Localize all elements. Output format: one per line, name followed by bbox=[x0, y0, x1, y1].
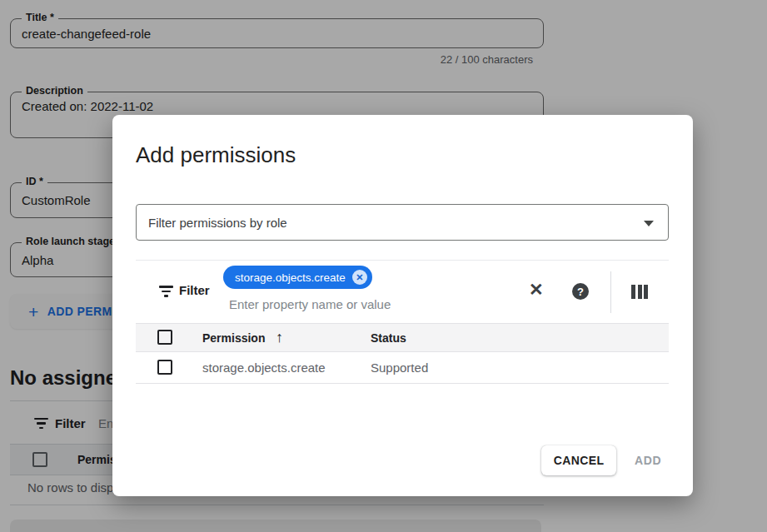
filter-chip-storage-objects-create[interactable]: storage.objects.create ✕ bbox=[223, 266, 372, 289]
cancel-button[interactable]: CANCEL bbox=[541, 445, 616, 475]
filter-icon bbox=[158, 286, 173, 297]
clear-filters-icon[interactable]: ✕ bbox=[529, 281, 544, 298]
permissions-filter-toolbar: Filter storage.objects.create ✕ Enter pr… bbox=[136, 260, 669, 323]
filter-by-role-placeholder: Filter permissions by role bbox=[148, 216, 287, 230]
dialog-title: Add permissions bbox=[136, 142, 296, 168]
toolbar-divider bbox=[610, 271, 611, 313]
toolbar-filter-label: Filter bbox=[179, 283, 210, 297]
row-checkbox[interactable] bbox=[157, 360, 172, 375]
column-display-options-icon[interactable] bbox=[631, 285, 648, 299]
filter-text-input[interactable]: Enter property name or value bbox=[229, 297, 391, 311]
screen: Title * create-changefeed-role 22 / 100 … bbox=[0, 0, 767, 532]
table-row[interactable]: storage.objects.create Supported bbox=[136, 353, 669, 384]
chevron-down-icon bbox=[644, 221, 654, 226]
column-permission[interactable]: Permission bbox=[202, 331, 265, 345]
add-permissions-dialog: Add permissions Filter permissions by ro… bbox=[112, 115, 693, 496]
cell-permission: storage.objects.create bbox=[202, 360, 326, 375]
sort-ascending-icon[interactable]: ↑ bbox=[276, 329, 283, 346]
add-button[interactable]: ADD bbox=[635, 445, 661, 475]
select-all-checkbox[interactable] bbox=[157, 330, 172, 345]
permissions-table-header: Permission ↑ Status bbox=[136, 323, 669, 352]
column-status[interactable]: Status bbox=[371, 331, 406, 345]
help-icon[interactable]: ? bbox=[572, 283, 589, 300]
cell-status: Supported bbox=[371, 360, 428, 375]
filter-chip-label: storage.objects.create bbox=[235, 271, 346, 284]
chip-remove-icon[interactable]: ✕ bbox=[352, 270, 367, 285]
filter-by-role-select[interactable]: Filter permissions by role bbox=[136, 204, 669, 241]
